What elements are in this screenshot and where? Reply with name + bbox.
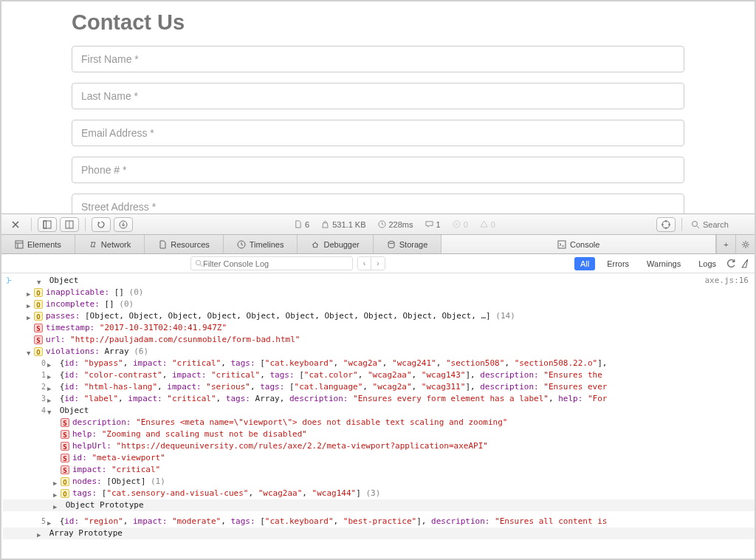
clock-icon xyxy=(378,220,386,228)
page-title: Contact Us xyxy=(72,10,684,35)
string-glyph-icon: S xyxy=(61,465,69,474)
svg-point-14 xyxy=(744,243,747,246)
dock-right-icon xyxy=(65,220,74,229)
disclosure-icon[interactable] xyxy=(47,383,55,390)
devtools-tabs: Elements Network Resources Timelines Deb… xyxy=(1,235,755,254)
close-button[interactable] xyxy=(6,217,25,232)
inspect-button[interactable] xyxy=(656,217,676,232)
svg-point-15 xyxy=(196,260,200,264)
string-glyph-icon: S xyxy=(34,335,43,344)
violation-row[interactable]: 0 {id: "bypass", impact: "critical", tag… xyxy=(3,358,755,369)
tab-timelines[interactable]: Timelines xyxy=(224,235,298,253)
file-icon xyxy=(294,220,302,228)
disclosure-icon[interactable] xyxy=(27,312,34,319)
tab-resources[interactable]: Resources xyxy=(145,235,224,253)
email-input[interactable] xyxy=(72,120,684,146)
search-icon xyxy=(195,259,203,267)
filter-warnings[interactable]: Warnings xyxy=(641,257,687,270)
string-glyph-icon: S xyxy=(61,442,69,451)
refresh-button[interactable] xyxy=(726,259,736,268)
page-content: Contact Us xyxy=(1,1,755,214)
violation-row[interactable]: 2 {id: "html-has-lang", impact: "serious… xyxy=(3,381,755,393)
disclosure-icon[interactable] xyxy=(47,371,55,378)
devtools-panel: 6 531.1 KB 228ms 1 0 0 xyxy=(1,214,755,559)
tab-console[interactable]: Console xyxy=(441,235,716,253)
console-output[interactable]: axe.js:16 Object Oinapplicable: [] (0) O… xyxy=(1,273,755,559)
violation-row[interactable]: 1 {id: "color-contrast", impact: "critic… xyxy=(3,369,755,381)
object-glyph-icon: O xyxy=(34,288,43,297)
tab-storage[interactable]: Storage xyxy=(374,235,442,253)
chat-icon xyxy=(425,220,433,228)
string-glyph-icon: S xyxy=(61,430,69,439)
svg-rect-13 xyxy=(558,241,566,248)
gear-icon xyxy=(741,240,750,249)
dock-right-button[interactable] xyxy=(60,217,79,232)
refresh-icon xyxy=(726,259,736,268)
tab-network[interactable]: Network xyxy=(75,235,145,253)
disclosure-icon[interactable] xyxy=(47,406,55,414)
object-glyph-icon: O xyxy=(61,489,69,498)
reload-icon xyxy=(97,220,106,229)
disclosure-icon[interactable] xyxy=(37,276,44,284)
filter-logs[interactable]: Logs xyxy=(693,257,722,270)
violation-row[interactable]: 3 {id: "label", impact: "critical", tags… xyxy=(3,393,755,405)
disclosure-icon[interactable] xyxy=(47,359,55,366)
string-glyph-icon: S xyxy=(61,454,69,462)
street-input[interactable] xyxy=(72,194,684,214)
disclosure-icon[interactable] xyxy=(27,300,34,307)
error-icon xyxy=(453,220,461,228)
last-name-input[interactable] xyxy=(72,83,684,109)
svg-rect-1 xyxy=(44,221,47,228)
phone-input[interactable] xyxy=(72,157,684,183)
svg-rect-0 xyxy=(44,221,51,228)
reload-button[interactable] xyxy=(92,217,111,232)
disclosure-icon[interactable] xyxy=(53,489,61,496)
tab-elements[interactable]: Elements xyxy=(1,235,75,253)
object-glyph-icon: O xyxy=(34,300,43,309)
console-icon xyxy=(557,240,566,249)
tab-debugger[interactable]: Debugger xyxy=(298,235,373,253)
console-filter-input[interactable] xyxy=(203,259,348,268)
svg-point-12 xyxy=(388,241,394,243)
violation-row[interactable]: 4 Object xyxy=(3,405,755,417)
prototype-row[interactable]: Object Prototype xyxy=(3,499,755,511)
timelines-icon xyxy=(237,240,246,249)
transfer-size: 531.1 KB xyxy=(317,217,370,232)
debugger-icon xyxy=(311,240,320,249)
log-count: 1 xyxy=(421,217,445,232)
filter-all[interactable]: All xyxy=(574,257,595,270)
download-button[interactable] xyxy=(114,217,133,232)
download-icon xyxy=(119,220,128,229)
disclosure-icon[interactable] xyxy=(47,395,55,402)
disclosure-icon[interactable] xyxy=(37,529,44,536)
add-tab-button[interactable]: + xyxy=(716,235,735,253)
disclosure-icon[interactable] xyxy=(27,347,34,355)
violation-row[interactable]: 5 {id: "region", impact: "moderate", tag… xyxy=(3,516,755,527)
tree-root[interactable]: Object xyxy=(3,275,755,287)
prototype-row[interactable]: Array Prototype xyxy=(3,527,755,539)
disclosure-icon[interactable] xyxy=(47,517,55,525)
tree-guide-icon xyxy=(6,277,13,284)
weight-icon xyxy=(321,220,329,228)
next-match-button[interactable]: › xyxy=(371,257,385,270)
warning-count: 0 xyxy=(475,217,500,232)
dock-left-button[interactable] xyxy=(38,217,57,232)
disclosure-icon[interactable] xyxy=(53,477,61,485)
resources-icon xyxy=(158,240,167,249)
object-glyph-icon: O xyxy=(61,477,69,486)
devtools-toolbar: 6 531.1 KB 228ms 1 0 0 xyxy=(1,214,755,235)
first-name-input[interactable] xyxy=(72,46,684,72)
disclosure-icon[interactable] xyxy=(53,501,61,508)
object-label: Object xyxy=(49,276,79,285)
clear-button[interactable] xyxy=(740,259,750,268)
object-glyph-icon: O xyxy=(34,347,43,356)
prev-match-button[interactable]: ‹ xyxy=(358,257,371,270)
filter-errors[interactable]: Errors xyxy=(601,257,635,270)
settings-button[interactable] xyxy=(735,235,755,253)
error-count: 0 xyxy=(448,217,472,232)
elements-icon xyxy=(15,240,24,249)
disclosure-icon[interactable] xyxy=(27,288,34,296)
close-icon xyxy=(11,220,20,229)
warning-icon xyxy=(480,220,488,228)
toolbar-search-input[interactable] xyxy=(703,220,747,229)
